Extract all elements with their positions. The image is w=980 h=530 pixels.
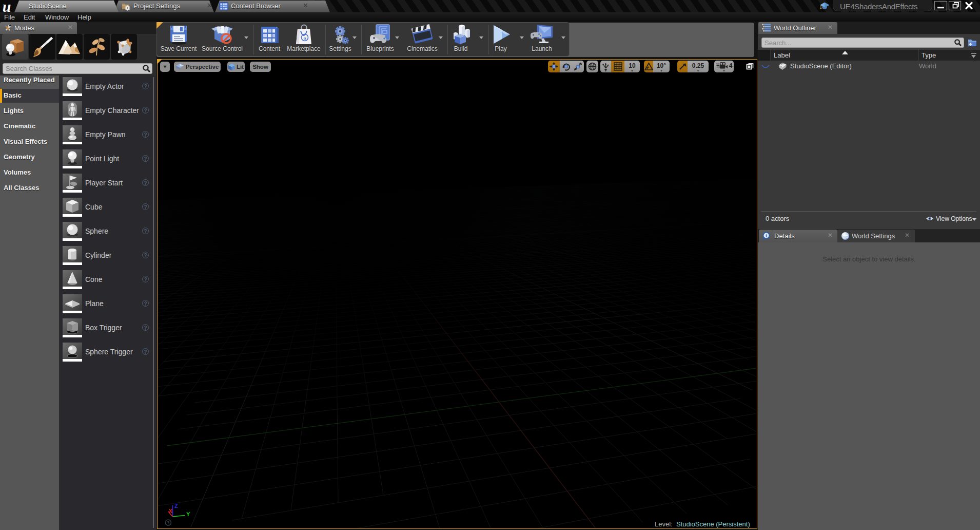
svg-text:u: u <box>303 35 306 41</box>
svg-text:X: X <box>169 508 173 514</box>
svg-text:u: u <box>3 0 11 12</box>
svg-text:?: ? <box>167 520 169 525</box>
svg-text:Y: Y <box>186 511 190 517</box>
svg-text:Z: Z <box>174 503 178 509</box>
